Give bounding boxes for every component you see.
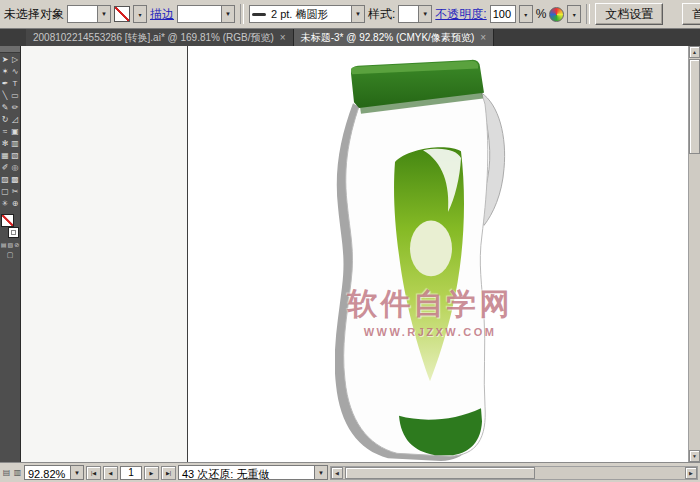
pages-icon[interactable]: ▤ <box>2 468 11 477</box>
stroke-weight-combo[interactable]: ▼ <box>177 5 235 23</box>
tool-free-transform-icon[interactable]: ▣ <box>10 126 20 138</box>
tool-paintbrush-icon[interactable]: ✎ <box>0 102 10 114</box>
style-label: 样式: <box>368 6 395 23</box>
grid-icon[interactable]: ▥ <box>13 468 22 477</box>
tool-symbol-sprayer-icon[interactable]: ✻ <box>0 138 10 150</box>
tool-rotate-icon[interactable]: ↻ <box>0 114 10 126</box>
paint-mode-buttons: ▤▧⊘ <box>0 241 20 248</box>
document-tab-bar: 2008102214553286 [转换].ai* @ 169.81% (RGB… <box>0 29 700 46</box>
selection-status: 未选择对象 <box>4 6 64 23</box>
separator <box>586 4 590 24</box>
chevron-down-icon[interactable]: ▾ <box>519 5 533 23</box>
preferences-button[interactable]: 首选项 <box>682 3 700 25</box>
watermark: 软件自学网 WWW.RJZXW.COM <box>220 284 640 338</box>
opacity-input[interactable] <box>490 5 516 23</box>
tool-lasso-icon[interactable]: ∿ <box>10 66 20 78</box>
document-tab-1[interactable]: 2008102214553286 [转换].ai* @ 169.81% (RGB… <box>26 29 294 46</box>
tool-slice-icon[interactable]: ✂ <box>10 186 20 198</box>
chevron-down-icon[interactable]: ▼ <box>221 6 234 22</box>
brush-name: 2 pt. 椭圆形 <box>268 6 351 22</box>
control-bar: 未选择对象 ▼ ▾ 描边 ▼ 2 pt. 椭圆形 ▼ 样式: ▼ 不透明度: ▾… <box>0 0 700 29</box>
tool-line-segment-icon[interactable]: ╲ <box>0 90 10 102</box>
zoom-value: 92.82% <box>25 466 70 479</box>
tool-type-icon[interactable]: T <box>10 78 20 90</box>
chevron-down-icon[interactable]: ▼ <box>418 6 431 22</box>
watermark-title: 软件自学网 <box>220 284 640 325</box>
style-value <box>399 6 418 22</box>
scroll-down-icon[interactable]: ▼ <box>689 450 700 462</box>
scroll-up-icon[interactable]: ▲ <box>689 46 700 58</box>
chevron-down-icon[interactable]: ▼ <box>351 6 364 22</box>
tool-gradient-icon[interactable]: ▧ <box>10 150 20 162</box>
tools-panel-handle[interactable] <box>0 46 20 53</box>
tool-graph-icon[interactable]: ▥ <box>10 138 20 150</box>
paint-color-icon[interactable]: ▤ <box>1 241 7 248</box>
tool-zoom-icon[interactable]: ⊕ <box>10 198 20 210</box>
tool-mesh-icon[interactable]: ▦ <box>0 150 10 162</box>
first-page-button[interactable]: |◀ <box>86 466 101 480</box>
horizontal-scrollbar[interactable]: ◀ ▶ <box>330 466 698 480</box>
tool-rectangle-icon[interactable]: ▭ <box>10 90 20 102</box>
tool-live-paint-bucket-icon[interactable]: ▨ <box>0 174 10 186</box>
opacity-link[interactable]: 不透明度: <box>435 6 486 23</box>
stroke-weight-value <box>178 6 221 22</box>
illustrator-window: 未选择对象 ▼ ▾ 描边 ▼ 2 pt. 椭圆形 ▼ 样式: ▼ 不透明度: ▾… <box>0 0 700 482</box>
scroll-right-icon[interactable]: ▶ <box>685 467 697 479</box>
tool-scale-icon[interactable]: ◿ <box>10 114 20 126</box>
tab-label: 未标题-3* @ 92.82% (CMYK/像素预览) <box>301 31 475 45</box>
document-tab-2[interactable]: 未标题-3* @ 92.82% (CMYK/像素预览)× <box>294 29 494 46</box>
shaver-artwork[interactable] <box>335 58 541 462</box>
canvas-area[interactable]: 软件自学网 WWW.RJZXW.COM <box>21 46 688 462</box>
tool-pen-icon[interactable]: ✒ <box>0 78 10 90</box>
appearance-combo-value <box>68 6 97 22</box>
stroke-link[interactable]: 描边 <box>150 6 174 23</box>
tab-label: 2008102214553286 [转换].ai* @ 169.81% (RGB… <box>33 31 274 45</box>
last-page-button[interactable]: ▶| <box>161 466 176 480</box>
tool-blend-icon[interactable]: ◎ <box>10 162 20 174</box>
style-combo[interactable]: ▼ <box>398 5 432 23</box>
percent-label: % <box>536 7 547 21</box>
status-bar: ▤ ▥ 92.82% ▼ |◀ ◀ ▶ ▶| 43 次还原: 无重做 ▼ ◀ ▶ <box>0 462 700 482</box>
chevron-down-icon[interactable]: ▾ <box>567 5 581 23</box>
tool-crop-area-icon[interactable]: ▢ <box>0 186 10 198</box>
tool-eyedropper-icon[interactable]: ✐ <box>0 162 10 174</box>
tool-magic-wand-icon[interactable]: ✶ <box>0 66 10 78</box>
tools-panel: ➤▷✶∿✒T╲▭✎✏↻◿≈▣✻▥▦▧✐◎▨▩▢✂✳⊕ ▤▧⊘ ▢ <box>0 46 21 462</box>
stroke-swatch[interactable] <box>8 227 19 238</box>
paint-none-icon[interactable]: ⊘ <box>14 241 19 248</box>
fill-none-swatch[interactable] <box>114 6 130 22</box>
paint-gradient-icon[interactable]: ▧ <box>7 241 13 248</box>
tool-direct-selection-icon[interactable]: ▷ <box>10 54 20 66</box>
horizontal-scroll-thumb[interactable] <box>345 467 535 479</box>
close-icon[interactable]: × <box>480 33 486 43</box>
vertical-scroll-thumb[interactable] <box>689 59 700 154</box>
chevron-down-icon[interactable]: ▼ <box>70 466 83 479</box>
zoom-combo[interactable]: 92.82% ▼ <box>24 465 84 480</box>
brush-preview-icon <box>252 13 266 16</box>
next-page-button[interactable]: ▶ <box>144 466 159 480</box>
scroll-left-icon[interactable]: ◀ <box>331 467 343 479</box>
screen-mode-button[interactable]: ▢ <box>0 251 20 259</box>
vertical-scrollbar[interactable]: ▲ ▼ <box>688 46 700 462</box>
tools-grid: ➤▷✶∿✒T╲▭✎✏↻◿≈▣✻▥▦▧✐◎▨▩▢✂✳⊕ <box>0 54 20 210</box>
separator <box>240 4 244 24</box>
tool-live-paint-selection-icon[interactable]: ▩ <box>10 174 20 186</box>
appearance-combo[interactable]: ▼ <box>67 5 111 23</box>
brush-definition-combo[interactable]: 2 pt. 椭圆形 ▼ <box>249 5 365 23</box>
tool-pencil-icon[interactable]: ✏ <box>10 102 20 114</box>
history-status: 43 次还原: 无重做 <box>179 466 314 479</box>
prev-page-button[interactable]: ◀ <box>103 466 118 480</box>
chevron-down-icon[interactable]: ▼ <box>97 6 110 22</box>
page-number-input[interactable] <box>120 466 142 480</box>
tool-selection-icon[interactable]: ➤ <box>0 54 10 66</box>
fill-swatch[interactable] <box>1 214 14 227</box>
recolor-artwork-icon[interactable] <box>549 7 564 22</box>
tool-warp-icon[interactable]: ≈ <box>0 126 10 138</box>
watermark-url: WWW.RJZXW.COM <box>220 326 640 338</box>
close-icon[interactable]: × <box>280 33 286 43</box>
document-setup-button[interactable]: 文档设置 <box>595 3 663 25</box>
chevron-down-icon[interactable]: ▾ <box>133 5 147 23</box>
status-display-combo[interactable]: 43 次还原: 无重做 ▼ <box>178 465 328 480</box>
chevron-down-icon[interactable]: ▼ <box>314 466 327 479</box>
tool-hand-icon[interactable]: ✳ <box>0 198 10 210</box>
